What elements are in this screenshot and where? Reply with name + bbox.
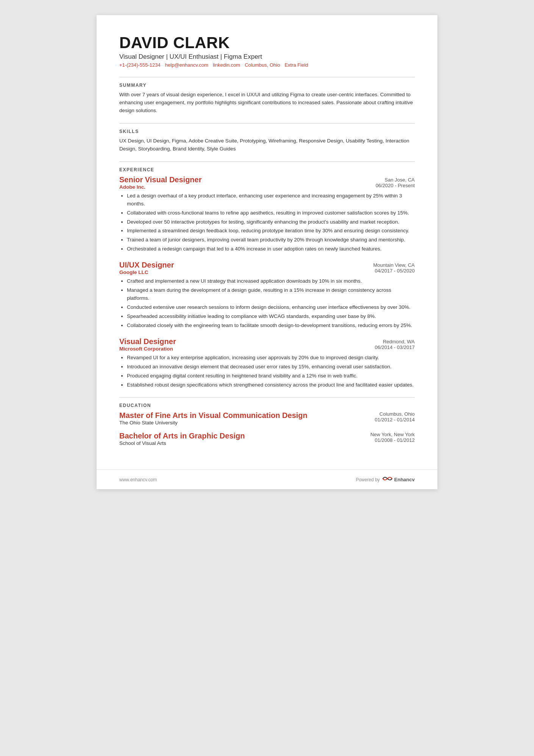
job-right-1: San Jose, CA 06/2020 - Present	[376, 175, 415, 188]
edu-location-2: New York, New York	[370, 432, 415, 437]
job-title-2: UI/UX Designer	[119, 261, 174, 269]
bullet-1-2: Collaborated with cross-functional teams…	[127, 209, 415, 217]
edu-left-2: Bachelor of Arts in Graphic Design Schoo…	[119, 432, 245, 446]
edu-date-1: 01/2012 - 01/2014	[375, 417, 415, 423]
bullet-1-6: Orchestrated a redesign campaign that le…	[127, 245, 415, 253]
logo-icon	[382, 475, 393, 484]
contact-extra: Extra Field	[284, 62, 308, 68]
summary-divider	[119, 123, 415, 124]
skills-title: SKILLS	[119, 129, 415, 134]
job-date-3: 06/2014 - 03/2017	[375, 344, 415, 350]
bullet-3-3: Produced engaging digital content result…	[127, 372, 415, 380]
contact-linkedin: linkedin.com	[213, 62, 240, 68]
brand-name: Enhancv	[394, 477, 415, 482]
edu-location-1: Columbus, Ohio	[375, 411, 415, 417]
job-left-2: UI/UX Designer Google LLC	[119, 261, 174, 275]
job-location-3: Redmond, WA	[382, 339, 415, 344]
job-left-1: Senior Visual Designer Adobe Inc.	[119, 175, 202, 190]
bullet-2-5: Collaborated closely with the engineerin…	[127, 322, 415, 330]
job-title-1: Senior Visual Designer	[119, 175, 202, 184]
enhancv-logo: Enhancv	[382, 475, 415, 484]
candidate-title: Visual Designer | UX/UI Enthusiast | Fig…	[119, 53, 415, 61]
edu-left-1: Master of Fine Arts in Visual Communicat…	[119, 411, 308, 426]
resume-content: DAVID CLARK Visual Designer | UX/UI Enth…	[97, 15, 437, 470]
contact-email: help@enhancv.com	[165, 62, 208, 68]
edu-date-2: 01/2008 - 01/2012	[370, 437, 415, 443]
job-date-1: 06/2020 - Present	[376, 183, 415, 188]
edu-block-1: Master of Fine Arts in Visual Communicat…	[119, 411, 415, 426]
skills-text: UX Design, UI Design, Figma, Adobe Creat…	[119, 137, 415, 153]
job-location-1: San Jose, CA	[383, 177, 415, 183]
header-divider	[119, 77, 415, 77]
job-date-2: 04/2017 - 05/2020	[365, 268, 415, 274]
experience-section: EXPERIENCE Senior Visual Designer Adobe …	[119, 167, 415, 389]
job-company-3: Microsoft Corporation	[119, 346, 176, 352]
footer-url: www.enhancv.com	[119, 477, 157, 482]
footer: www.enhancv.com Powered by Enhancv	[97, 470, 437, 489]
powered-by-text: Powered by	[356, 477, 379, 482]
bullet-1-3: Developed over 50 interactive prototypes…	[127, 218, 415, 226]
job-bullets-3: Revamped UI for a key enterprise applica…	[119, 354, 415, 389]
bullet-3-1: Revamped UI for a key enterprise applica…	[127, 354, 415, 362]
bullet-3-2: Introduced an innovative design element …	[127, 363, 415, 371]
edu-right-1: Columbus, Ohio 01/2012 - 01/2014	[375, 411, 415, 423]
bullet-3-4: Established robust design specifications…	[127, 381, 415, 389]
contact-phone: +1-(234)-555-1234	[119, 62, 161, 68]
experience-title: EXPERIENCE	[119, 167, 415, 172]
summary-title: SUMMARY	[119, 83, 415, 88]
job-bullets-2: Crafted and implemented a new UI strateg…	[119, 277, 415, 330]
resume-page: DAVID CLARK Visual Designer | UX/UI Enth…	[97, 15, 437, 489]
bullet-2-1: Crafted and implemented a new UI strateg…	[127, 277, 415, 285]
candidate-name: DAVID CLARK	[119, 34, 415, 52]
job-right-2: Mountain View, CA 04/2017 - 05/2020	[365, 261, 415, 274]
job-bullets-1: Led a design overhaul of a key product i…	[119, 192, 415, 253]
bullet-2-2: Managed a team during the development of…	[127, 286, 415, 302]
summary-text: With over 7 years of visual design exper…	[119, 91, 415, 115]
job-block-1: Senior Visual Designer Adobe Inc. San Jo…	[119, 175, 415, 253]
edu-degree-1: Master of Fine Arts in Visual Communicat…	[119, 411, 308, 420]
header-section: DAVID CLARK Visual Designer | UX/UI Enth…	[119, 34, 415, 68]
job-header-2: UI/UX Designer Google LLC Mountain View,…	[119, 261, 415, 275]
contact-location: Columbus, Ohio	[245, 62, 280, 68]
edu-header-1: Master of Fine Arts in Visual Communicat…	[119, 411, 415, 426]
edu-school-2: School of Visual Arts	[119, 440, 245, 446]
education-title: EDUCATION	[119, 403, 415, 408]
contact-line: +1-(234)-555-1234 help@enhancv.com linke…	[119, 62, 415, 68]
skills-section: SKILLS UX Design, UI Design, Figma, Adob…	[119, 129, 415, 153]
edu-degree-2: Bachelor of Arts in Graphic Design	[119, 432, 245, 440]
bullet-1-1: Led a design overhaul of a key product i…	[127, 192, 415, 208]
bullet-1-4: Implemented a streamlined design feedbac…	[127, 227, 415, 235]
edu-right-2: New York, New York 01/2008 - 01/2012	[370, 432, 415, 443]
job-company-1: Adobe Inc.	[119, 184, 202, 190]
bullet-2-3: Conducted extensive user research sessio…	[127, 304, 415, 311]
summary-section: SUMMARY With over 7 years of visual desi…	[119, 83, 415, 115]
experience-divider	[119, 397, 415, 398]
job-company-2: Google LLC	[119, 269, 174, 275]
job-block-3: Visual Designer Microsoft Corporation Re…	[119, 337, 415, 389]
job-left-3: Visual Designer Microsoft Corporation	[119, 337, 176, 352]
job-header-1: Senior Visual Designer Adobe Inc. San Jo…	[119, 175, 415, 190]
edu-block-2: Bachelor of Arts in Graphic Design Schoo…	[119, 432, 415, 446]
job-right-3: Redmond, WA 06/2014 - 03/2017	[375, 337, 415, 350]
job-location-2: Mountain View, CA	[373, 262, 415, 268]
job-header-3: Visual Designer Microsoft Corporation Re…	[119, 337, 415, 352]
skills-divider	[119, 161, 415, 162]
bullet-2-4: Spearheaded accessibility initiative lea…	[127, 313, 415, 321]
job-block-2: UI/UX Designer Google LLC Mountain View,…	[119, 261, 415, 330]
bullet-1-5: Trained a team of junior designers, impr…	[127, 236, 415, 244]
job-title-3: Visual Designer	[119, 337, 176, 346]
education-section: EDUCATION Master of Fine Arts in Visual …	[119, 403, 415, 446]
edu-header-2: Bachelor of Arts in Graphic Design Schoo…	[119, 432, 415, 446]
edu-school-1: The Ohio State University	[119, 420, 308, 426]
footer-powered: Powered by Enhancv	[356, 475, 415, 484]
